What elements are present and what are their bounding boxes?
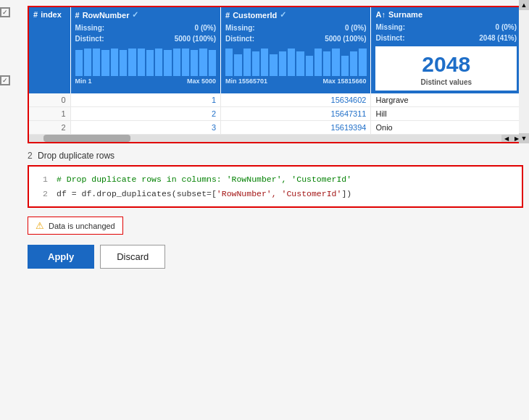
bar — [120, 50, 127, 76]
bar — [75, 50, 83, 76]
side-indicators: ✓ ✓ — [0, 0, 13, 274]
step-indicator-2: ✓ — [0, 75, 10, 85]
bar — [252, 51, 259, 76]
col-stats-rownumber: Missing: 0 (0%) Distinct: 5000 (100%) — [75, 22, 216, 44]
step-section: 2 Drop duplicate rows 1 # Drop duplicate… — [28, 151, 523, 208]
code-suffix: ]) — [341, 189, 351, 198]
cell-rownumber-1: 2 — [70, 107, 220, 121]
action-buttons: Apply Discard — [28, 245, 523, 269]
scroll-up-arrow[interactable]: ▲ — [519, 0, 529, 10]
bar — [323, 51, 330, 76]
cell-customerid-0: 15634602 — [221, 93, 371, 107]
col-header-customerid[interactable]: # CustomerId ✓ Missing: 0 (0%) — [221, 7, 371, 93]
col-header-surname[interactable]: A↑ Surname Missing: 0 (0%) — [371, 7, 522, 93]
discard-button[interactable]: Discard — [100, 245, 165, 269]
bar — [306, 56, 313, 76]
bar — [315, 49, 322, 76]
stat-distinct-rownumber: Distinct: 5000 (100%) — [75, 33, 216, 44]
cell-customerid-1: 15647311 — [221, 107, 371, 121]
line-number-1: 1 — [36, 172, 48, 187]
content-area: # index # RowNumber — [13, 0, 529, 274]
stat-missing-surname: Missing: 0 (0%) — [375, 22, 517, 33]
bar — [164, 50, 171, 76]
main-container: ✓ ✓ # — [0, 0, 529, 420]
data-preview: # index # RowNumber — [28, 6, 523, 143]
col-stats-surname: Missing: 0 (0%) Distinct: 2048 (41%) — [375, 22, 517, 43]
line-number-2: 2 — [36, 187, 48, 201]
code-block: 1 # Drop duplicate rows in columns: 'Row… — [28, 165, 523, 208]
check-icon-customerid: ✓ — [280, 10, 286, 20]
table-row: 0 1 15634602 Hargrave — [29, 93, 522, 107]
distinct-label-s: Distinct: — [375, 33, 404, 43]
col-stats-customerid: Missing: 0 (0%) Distinct: 5000 (100%) — [225, 22, 366, 44]
scroll-left-arrow[interactable]: ◀ — [501, 135, 512, 142]
stat-missing-rownumber: Missing: 0 (0%) — [75, 22, 216, 33]
cell-index-2: 2 — [29, 121, 70, 135]
missing-val-surname: 0 (0%) — [496, 22, 517, 33]
missing-label-s: Missing: — [375, 22, 405, 33]
bar — [332, 49, 339, 76]
code-text-2: df = df.drop_duplicates(subset=['RowNumb… — [57, 187, 351, 201]
bar — [243, 49, 251, 76]
bar — [279, 51, 286, 76]
bar — [101, 50, 109, 76]
bar — [146, 50, 154, 76]
step-text: Drop duplicate rows — [38, 151, 114, 161]
chart-range-customerid: Min 15565701 Max 15815660 — [225, 77, 366, 85]
data-table: # index # RowNumber — [29, 7, 522, 135]
distinct-large-block: 2048 Distinct values — [375, 46, 517, 91]
bar-chart-customerid — [225, 47, 366, 76]
data-preview-wrapper: # index # RowNumber — [13, 0, 529, 143]
table-wrapper: # index # RowNumber — [29, 7, 522, 135]
text-sort-icon-surname: A↑ — [375, 10, 385, 19]
code-line-1: 1 # Drop duplicate rows in columns: 'Row… — [36, 172, 515, 187]
distinct-label-surname: Distinct values — [380, 78, 512, 86]
bar — [84, 49, 91, 76]
table-row: 1 2 15647311 Hill — [29, 107, 522, 121]
bar — [173, 49, 180, 76]
cell-rownumber-0: 1 — [70, 93, 220, 107]
status-unchanged: ⚠ Data is unchanged — [28, 217, 123, 235]
cell-surname-2: Onio — [371, 121, 522, 135]
hash-icon-rownumber: # — [75, 11, 80, 20]
distinct-val-customerid: 5000 (100%) — [325, 33, 366, 44]
cell-index-0: 0 — [29, 93, 70, 107]
bar — [359, 49, 366, 76]
status-bar: ⚠ Data is unchanged — [28, 217, 523, 235]
min-label-customerid: Min 15565701 — [225, 77, 267, 85]
bar — [128, 49, 136, 76]
bar — [111, 49, 118, 76]
status-text: Data is unchanged — [49, 222, 115, 230]
distinct-val-rownumber: 5000 (100%) — [175, 33, 216, 44]
scroll-down-arrow[interactable]: ▼ — [519, 133, 529, 143]
bar — [191, 50, 198, 76]
stat-distinct-surname: Distinct: 2048 (41%) — [375, 33, 517, 43]
bar — [225, 49, 233, 76]
table-body: 0 1 15634602 Hargrave 1 2 15647311 Hill — [29, 93, 522, 135]
distinct-label-c: Distinct: — [225, 33, 254, 44]
step-label: 2 Drop duplicate rows — [28, 151, 523, 161]
distinct-val-surname: 2048 (41%) — [479, 33, 517, 43]
col-header-rownumber[interactable]: # RowNumber ✓ Missing: 0 (0%) — [70, 7, 220, 93]
horizontal-scrollbar[interactable]: ◀ ▶ — [29, 135, 522, 142]
col-label-surname: Surname — [388, 10, 422, 19]
stat-missing-customerid: Missing: 0 (0%) — [225, 22, 366, 33]
col-header-top-customerid: # CustomerId ✓ — [225, 10, 366, 20]
vertical-scrollbar[interactable]: ▲ ▼ — [519, 0, 529, 143]
col-label-customerid: CustomerId — [233, 11, 277, 20]
chart-range-rownumber: Min 1 Max 5000 — [75, 77, 216, 85]
min-label-rownumber: Min 1 — [75, 77, 92, 85]
cell-index-1: 1 — [29, 107, 70, 121]
cell-surname-0: Hargrave — [371, 93, 522, 107]
col-header-top-rownumber: # RowNumber ✓ — [75, 10, 216, 20]
step-indicator-1: ✓ — [0, 7, 10, 17]
scrollbar-thumb[interactable] — [43, 135, 130, 142]
missing-val-rownumber: 0 (0%) — [195, 22, 216, 33]
col-label-rownumber: RowNumber — [83, 11, 130, 20]
bar-chart-rownumber — [75, 47, 216, 76]
bar — [209, 50, 216, 76]
bar — [182, 49, 189, 76]
content-with-sidebar: ✓ ✓ # — [0, 0, 529, 274]
code-text-1: # Drop duplicate rows in columns: 'RowNu… — [57, 172, 351, 187]
apply-button[interactable]: Apply — [28, 245, 94, 269]
